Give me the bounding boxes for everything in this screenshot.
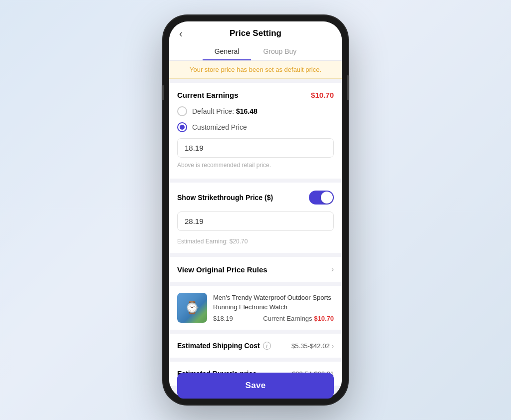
tab-general[interactable]: General: [203, 43, 252, 60]
product-name: Men's Trendy Waterproof Outdoor Sports R…: [213, 293, 334, 311]
shipping-value: $5.35-$42.02 ›: [291, 342, 334, 350]
earnings-value: $10.70: [311, 91, 334, 99]
radio-inner: [180, 125, 185, 130]
product-price: $18.19: [213, 315, 233, 322]
phone-shell: ‹ Price Setting General Group Buy Your s…: [163, 15, 348, 405]
product-pricing: $18.19 Current Earnings $10.70: [213, 315, 334, 322]
phone-screen: ‹ Price Setting General Group Buy Your s…: [169, 21, 342, 399]
chevron-icon: ›: [331, 265, 334, 274]
header: ‹ Price Setting General Group Buy: [169, 21, 342, 61]
strikethrough-toggle[interactable]: [309, 191, 334, 205]
shipping-label: Estimated Shipping Cost i: [177, 342, 271, 350]
product-image-inner: ⌚: [177, 293, 207, 323]
product-image: ⌚: [177, 293, 207, 323]
estimated-earning: Estimated Earning: $20.70: [177, 238, 334, 245]
earnings-card: Current Earnings $10.70 Default Price: $…: [169, 83, 342, 179]
strikethrough-label: Show Strikethrough Price ($): [177, 194, 273, 202]
view-rules-label: View Original Price Rules: [177, 265, 267, 274]
product-card: ⌚ Men's Trendy Waterproof Outdoor Sports…: [169, 286, 342, 330]
default-price-radio[interactable]: [177, 106, 187, 116]
scroll-content: Your store price has been set as default…: [169, 61, 342, 399]
customized-price-option[interactable]: Customized Price: [177, 122, 334, 132]
save-button[interactable]: Save: [177, 373, 334, 399]
info-icon: i: [263, 342, 271, 350]
default-price-banner: Your store price has been set as default…: [169, 61, 342, 79]
customized-price-input[interactable]: [177, 138, 334, 158]
price-hint: Above is recommended retail price.: [177, 162, 334, 169]
customized-price-label: Customized Price: [192, 123, 247, 131]
product-earnings-value: $10.70: [314, 315, 334, 322]
view-rules-row[interactable]: View Original Price Rules ›: [169, 257, 342, 282]
toggle-knob: [321, 192, 333, 204]
product-earnings: Current Earnings $10.70: [263, 315, 334, 322]
shipping-chevron-icon: ›: [332, 342, 334, 350]
page-title: Price Setting: [230, 28, 281, 38]
product-info: Men's Trendy Waterproof Outdoor Sports R…: [213, 293, 334, 322]
tab-group-buy[interactable]: Group Buy: [251, 43, 308, 60]
default-price-option[interactable]: Default Price: $16.48: [177, 106, 334, 116]
earnings-row: Current Earnings $10.70: [177, 91, 334, 99]
shipping-row[interactable]: Estimated Shipping Cost i $5.35-$42.02 ›: [169, 334, 342, 358]
default-price-label: Default Price: $16.48: [192, 107, 257, 115]
side-button-right: [347, 75, 349, 100]
customized-price-radio[interactable]: [177, 122, 187, 132]
earnings-label: Current Earnings: [177, 91, 239, 99]
strikethrough-row: Show Strikethrough Price ($): [177, 191, 334, 205]
save-bar: Save: [169, 373, 342, 399]
header-top: ‹ Price Setting: [177, 28, 334, 43]
tab-bar: General Group Buy: [177, 43, 334, 60]
back-button[interactable]: ‹: [177, 28, 185, 39]
strikethrough-input[interactable]: [177, 211, 334, 231]
side-button-left: [162, 85, 164, 100]
strikethrough-card: Show Strikethrough Price ($) Estimated E…: [169, 183, 342, 253]
